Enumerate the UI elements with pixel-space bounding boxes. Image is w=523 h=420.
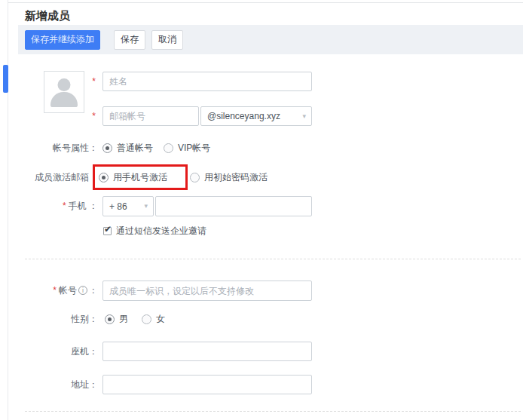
add-member-page: 新增成员 保存并继续添加 保存 取消 * * @silenceyang.xyz …	[0, 0, 523, 420]
activation-label: 成员激活邮箱	[0, 171, 89, 184]
account-id-label: *帐号i：	[0, 284, 98, 297]
page-title: 新增成员	[25, 9, 70, 23]
radio-normal-account-label[interactable]: 普通帐号	[117, 142, 153, 155]
name-input[interactable]	[102, 72, 312, 91]
gender-row: 性别： 男 女	[0, 313, 165, 325]
person-icon	[50, 92, 78, 107]
address-label: 地址：	[0, 379, 98, 391]
landline-input[interactable]	[102, 342, 312, 361]
account-id-label-text: 帐号	[59, 285, 77, 296]
chevron-down-icon: ▾	[144, 203, 148, 210]
sms-invite-checkbox[interactable]: ✔	[103, 227, 112, 235]
radio-activate-by-password-label[interactable]: 用初始密码激活	[204, 171, 268, 184]
email-domain-value: @silenceyang.xyz	[207, 111, 280, 121]
radio-female-label[interactable]: 女	[156, 313, 165, 326]
radio-male[interactable]	[105, 314, 115, 324]
chevron-down-icon: ▾	[302, 113, 306, 120]
landline-row: 座机：	[0, 342, 312, 361]
radio-normal-account[interactable]	[102, 143, 112, 153]
required-asterisk: *	[63, 201, 66, 211]
radio-activate-by-phone[interactable]	[99, 173, 109, 182]
required-asterisk: *	[92, 111, 96, 121]
checkmark-icon: ✔	[104, 225, 112, 234]
radio-male-label[interactable]: 男	[119, 313, 128, 326]
save-button[interactable]: 保存	[114, 30, 145, 50]
sms-invite-row: ✔ 通过短信发送企业邀请	[0, 225, 206, 236]
sms-invite-label[interactable]: 通过短信发送企业邀请	[116, 225, 206, 238]
phone-label-text: 手机 ：	[69, 201, 98, 211]
phone-row: *手机 ： + 86 ▾	[0, 196, 312, 216]
section-divider	[25, 411, 521, 412]
account-id-colon: ：	[89, 285, 98, 296]
info-icon[interactable]: i	[78, 286, 87, 295]
email-required-label: *	[0, 111, 98, 121]
activation-option-2: 用初始密码激活	[190, 171, 268, 184]
account-id-input[interactable]	[102, 281, 312, 301]
radio-activate-by-phone-label[interactable]: 用手机号激活	[113, 171, 167, 184]
gender-label: 性别：	[0, 313, 98, 326]
radio-activate-by-password[interactable]	[190, 173, 200, 182]
action-toolbar: 保存并继续添加 保存 取消	[18, 25, 523, 54]
save-and-continue-button[interactable]: 保存并继续添加	[25, 30, 100, 50]
account-id-row: *帐号i：	[0, 281, 312, 301]
top-divider	[8, 2, 523, 3]
email-account-input[interactable]	[102, 106, 199, 126]
name-required-label: *	[0, 76, 98, 87]
radio-female[interactable]	[142, 314, 151, 324]
name-row: *	[0, 72, 312, 91]
phone-input[interactable]	[155, 196, 312, 216]
section-divider	[25, 259, 521, 259]
email-row: * @silenceyang.xyz ▾	[0, 106, 312, 126]
country-code-select[interactable]: + 86 ▾	[102, 196, 154, 216]
landline-label: 座机：	[0, 345, 98, 358]
account-type-row: 帐号属性： 普通帐号 VIP帐号	[0, 142, 210, 154]
address-row: 地址：	[0, 375, 312, 394]
red-highlight-box: 用手机号激活	[93, 164, 188, 190]
activation-row: 成员激活邮箱 用手机号激活 用初始密码激活	[0, 164, 268, 190]
radio-vip-account[interactable]	[164, 143, 173, 153]
address-input[interactable]	[102, 375, 312, 394]
email-domain-select[interactable]: @silenceyang.xyz ▾	[200, 106, 312, 126]
required-asterisk: *	[92, 76, 96, 87]
country-code-value: + 86	[109, 201, 127, 212]
cancel-button[interactable]: 取消	[151, 30, 183, 50]
required-asterisk: *	[53, 285, 57, 296]
radio-vip-account-label[interactable]: VIP帐号	[178, 142, 210, 155]
phone-label: *手机 ：	[0, 200, 98, 213]
account-type-label: 帐号属性：	[0, 142, 98, 155]
